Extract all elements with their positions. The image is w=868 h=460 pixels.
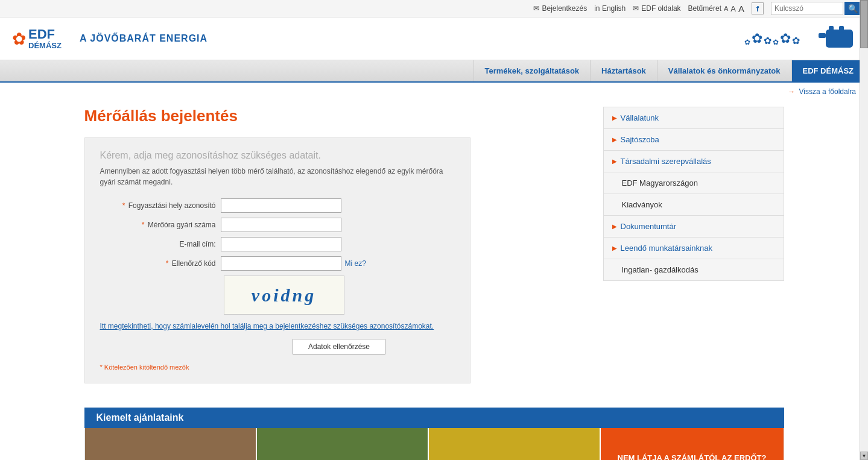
featured-cards: NEM LÁTJA A SZÁMLÁTÓL AZ ERDŐT?	[84, 428, 784, 460]
envelope-icon2: ✉	[633, 4, 639, 13]
bullet-icon-5: ▶	[612, 245, 617, 251]
instruction-text: Amennyiben az adott fogyasztási helyen t…	[100, 166, 455, 187]
search-box: 🔍	[771, 2, 862, 15]
sidebar-box: ▶ Vállalatunk ▶ Sajtószoba ▶ Társadalmi …	[603, 107, 784, 281]
field-row-ellenorzo: * Ellenőrző kód Mi ez?	[100, 256, 455, 271]
betumeret-label: Betűméret	[688, 4, 721, 13]
featured-card-1[interactable]	[85, 428, 257, 460]
required-star-1: *	[122, 201, 125, 210]
logo-area[interactable]: ✿ EDF DÉMÁSZ	[12, 28, 62, 50]
featured-title: Kiemelt ajánlataink	[84, 408, 784, 428]
breadcrumb-arrow: →	[788, 87, 795, 96]
header-right: ✿ ✿ ✿ ✿ ✿ ✿	[744, 24, 856, 54]
login-link[interactable]: ✉ Bejelentkezés	[533, 4, 587, 13]
input-ellenorzo-kod[interactable]	[221, 256, 341, 271]
sidebar-item-vallalatunk[interactable]: ▶ Vállalatunk	[604, 107, 784, 129]
field-row-email: E-mail cím:	[100, 237, 455, 251]
main-content: Mérőállás bejelentés Kérem, adja meg azo…	[72, 101, 796, 395]
input-email[interactable]	[221, 237, 341, 251]
required-star-3: *	[166, 259, 169, 268]
deco-flower-2: ✿	[752, 31, 762, 46]
logo-flower-icon: ✿	[12, 29, 26, 49]
submit-button[interactable]: Adatok ellenőrzése	[293, 339, 385, 354]
info-link[interactable]: Itt megtekintheti, hogy számlalevelén ho…	[100, 322, 434, 330]
svg-rect-3	[839, 26, 844, 33]
english-link[interactable]: in English	[594, 4, 626, 13]
sidebar-item-leendo[interactable]: ▶ Leendő munkatársainknak	[604, 238, 784, 259]
deco-flower-6: ✿	[792, 35, 800, 46]
label-fogyasztasi: * Fogyasztási hely azonosító	[100, 201, 221, 210]
deco-flower-1: ✿	[744, 38, 750, 46]
svg-rect-2	[829, 26, 834, 33]
featured-card-text[interactable]: NEM LÁTJA A SZÁMLÁTÓL AZ ERDŐT?	[601, 428, 784, 460]
nav-bar: Termékek, szolgáltatások Háztartások Vál…	[0, 60, 868, 83]
deco-flower-3: ✿	[764, 35, 771, 46]
nav-item-edf-demasz[interactable]: EDF DÉMÁSZ	[792, 60, 866, 81]
sidebar-item-tarsadalmi[interactable]: ▶ Társadalmi szerepvállalás	[604, 151, 784, 172]
deco-flower-5: ✿	[780, 31, 791, 46]
bullet-icon-4: ▶	[612, 223, 617, 230]
form-box: Kérem, adja meg azonosításhoz szükséges …	[84, 137, 470, 383]
plug-icon	[814, 24, 856, 54]
input-meroora-gyari[interactable]	[221, 218, 341, 232]
label-ellenorzo: * Ellenőrző kód	[100, 259, 221, 268]
required-note: * Kötelezően kitöltendő mezők	[100, 364, 455, 371]
font-size-controls: Betűméret A A A	[688, 4, 744, 14]
sidebar-item-dokumentumtar[interactable]: ▶ Dokumentumtár	[604, 216, 784, 238]
label-meroora: * Mérőóra gyári száma	[100, 221, 221, 229]
right-sidebar: ▶ Vállalatunk ▶ Sajtószoba ▶ Társadalmi …	[603, 107, 784, 383]
captcha-image: voidng	[224, 276, 344, 315]
instruction-title: Kérem, adja meg azonosításhoz szükséges …	[100, 150, 455, 161]
page-title: Mérőállás bejelentés	[84, 107, 591, 125]
email-icon: ✉	[533, 4, 539, 13]
bullet-icon-3: ▶	[612, 158, 617, 165]
font-size-large[interactable]: A	[738, 4, 744, 14]
featured-area: Kiemelt ajánlataink NEM LÁTJA A SZÁMLÁTÓ…	[72, 408, 796, 460]
sidebar-item-sajtoszoba[interactable]: ▶ Sajtószoba	[604, 129, 784, 151]
left-content: Mérőállás bejelentés Kérem, adja meg azo…	[84, 107, 591, 383]
breadcrumb-link[interactable]: Vissza a főoldalra	[799, 87, 857, 96]
sidebar-item-kiadvanyok[interactable]: Kiadványok	[604, 194, 784, 216]
required-star-2: *	[142, 221, 145, 229]
logo-demasz-text: DÉMÁSZ	[28, 41, 62, 50]
featured-card-3[interactable]	[429, 428, 601, 460]
top-bar: ✉ Bejelentkezés in English ✉ EDF oldalak…	[0, 0, 868, 17]
nav-item-haztartasok[interactable]: Háztartások	[591, 60, 657, 81]
logo: ✿ EDF DÉMÁSZ	[12, 28, 62, 50]
edf-oldalak-link[interactable]: ✉ EDF oldalak	[633, 4, 680, 13]
english-label: in English	[594, 4, 626, 13]
card-label: NEM LÁTJA A SZÁMLÁTÓL AZ ERDŐT?	[618, 453, 767, 460]
field-row-fogyasztasi: * Fogyasztási hely azonosító	[100, 198, 455, 213]
info-link-area: Itt megtekintheti, hogy számlalevelén ho…	[100, 321, 455, 332]
label-email: E-mail cím:	[100, 240, 221, 248]
scrollbar-thumb[interactable]	[860, 0, 868, 48]
deco-flower-4: ✿	[773, 38, 779, 46]
tagline: A JÖVŐBARÁT ENERGIA	[80, 33, 207, 44]
svg-rect-1	[819, 33, 826, 38]
login-label: Bejelentkezés	[542, 4, 587, 13]
edf-oldalak-label: EDF oldalak	[641, 4, 680, 13]
field-row-meroora: * Mérőóra gyári száma	[100, 218, 455, 232]
sidebar-item-edf-magyarorszagon[interactable]: EDF Magyarországon	[604, 172, 784, 194]
search-input[interactable]	[771, 2, 843, 15]
featured-card-2[interactable]	[257, 428, 429, 460]
font-size-medium[interactable]: A	[730, 4, 736, 13]
bullet-icon-1: ▶	[612, 115, 617, 121]
scroll-down-arrow[interactable]: ▼	[860, 452, 868, 460]
captcha-area: voidng	[224, 276, 455, 315]
scrollbar[interactable]: ▲ ▼	[860, 0, 868, 460]
logo-edf-text: EDF	[28, 28, 62, 41]
header: ✿ EDF DÉMÁSZ A JÖVŐBARÁT ENERGIA ✿ ✿ ✿ ✿…	[0, 17, 868, 60]
input-fogyasztasi-hely[interactable]	[221, 198, 341, 213]
sidebar-item-ingatlan[interactable]: Ingatlan- gazdálkodás	[604, 259, 784, 280]
bullet-icon-2: ▶	[612, 136, 617, 143]
font-size-small[interactable]: A	[724, 5, 728, 12]
nav-item-termekek[interactable]: Termékek, szolgáltatások	[474, 60, 591, 81]
breadcrumb: → Vissza a főoldalra	[0, 83, 868, 101]
facebook-icon-area[interactable]: f	[752, 2, 764, 14]
mi-ez-link[interactable]: Mi ez?	[345, 259, 366, 268]
submit-area: Adatok ellenőrzése	[224, 339, 455, 354]
nav-item-vallalatok[interactable]: Vállalatok és önkormányzatok	[657, 60, 792, 81]
search-icon: 🔍	[848, 4, 858, 13]
deco-flowers: ✿ ✿ ✿ ✿ ✿ ✿	[744, 31, 800, 46]
